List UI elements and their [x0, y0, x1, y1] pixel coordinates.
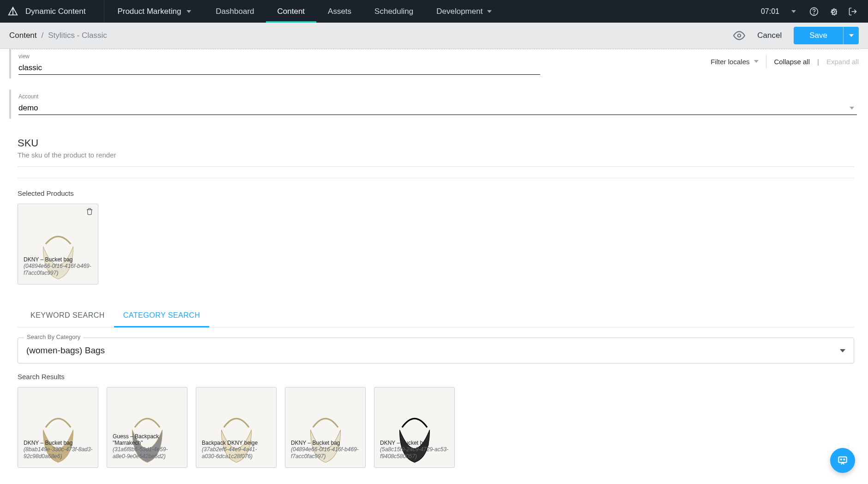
- result-card[interactable]: DKNY – Bucket bag (8bab149e-330c-473f-8a…: [18, 387, 98, 468]
- trash-icon[interactable]: [86, 208, 93, 218]
- preview-icon[interactable]: [733, 30, 745, 42]
- help-icon[interactable]: [809, 6, 819, 17]
- chevron-down-icon: [754, 60, 759, 63]
- selected-product-card[interactable]: DKNY – Bucket bag (04894e66-0f16-416f-b4…: [18, 204, 98, 284]
- chat-button[interactable]: [830, 448, 855, 473]
- svg-point-1: [814, 13, 814, 14]
- svg-point-5: [841, 459, 842, 460]
- gear-icon[interactable]: [828, 6, 838, 17]
- product-name: DKNY – Bucket bag: [24, 256, 93, 263]
- hub-selector[interactable]: Product Marketing: [104, 7, 204, 16]
- filter-locales-label: Filter locales: [711, 58, 749, 66]
- divider: [766, 55, 766, 68]
- account-value: demo: [18, 103, 850, 113]
- save-dropdown[interactable]: [843, 27, 859, 44]
- category-select[interactable]: (women-bags) Bags: [18, 338, 854, 363]
- chevron-down-icon: [791, 10, 796, 13]
- breadcrumb-sep: /: [42, 31, 44, 40]
- view-field-row: view Filter locales Collapse all | Expan…: [9, 49, 859, 79]
- tab-category-search[interactable]: Category Search: [114, 305, 210, 327]
- top-nav: Dynamic Content Product Marketing Dashbo…: [0, 0, 868, 23]
- account-label: Account: [18, 93, 859, 100]
- save-button[interactable]: Save: [794, 27, 843, 44]
- chevron-down-icon: [487, 10, 492, 13]
- breadcrumb-root[interactable]: Content: [9, 31, 37, 40]
- product-name: DKNY – Bucket bag: [380, 440, 449, 446]
- search-results-grid: DKNY – Bucket bag (8bab149e-330c-473f-8a…: [18, 387, 854, 468]
- selected-products-label: Selected Products: [18, 189, 854, 197]
- hub-label: Product Marketing: [117, 7, 181, 16]
- product-id: (04894e66-0f16-416f-b469-f7acc0fac997): [24, 263, 93, 277]
- chevron-down-icon: [849, 34, 854, 37]
- sku-section: SKU The sku of the product to render Sel…: [0, 119, 868, 468]
- pipe: |: [817, 58, 819, 66]
- app-logo: [0, 6, 25, 17]
- expand-all: Expand all: [826, 58, 859, 66]
- svg-point-6: [844, 459, 844, 460]
- category-value: (women-bags) Bags: [26, 345, 840, 356]
- locales-bar: Filter locales Collapse all | Expand all: [711, 55, 859, 68]
- account-select[interactable]: demo: [18, 102, 857, 115]
- page-content: view Filter locales Collapse all | Expan…: [0, 49, 868, 484]
- result-card[interactable]: Backpack DKNY beige (37ab2ef6-44e9-4a41-…: [196, 387, 277, 468]
- product-id: (37ab2ef6-44e9-4a41-a030-6dca1c28f076): [202, 446, 271, 460]
- tab-keyword-search[interactable]: Keyword Search: [21, 305, 114, 327]
- product-name: DKNY – Bucket bag: [24, 440, 93, 446]
- result-card[interactable]: DKNY – Bucket bag (5a8c15f9-24c9-4729-ac…: [374, 387, 455, 468]
- nav-content[interactable]: Content: [266, 0, 317, 23]
- svg-point-2: [832, 10, 835, 12]
- nav-development-label: Development: [436, 7, 482, 16]
- svg-point-3: [738, 34, 741, 37]
- product-id: (8bab149e-330c-473f-8ad3-92c98d0a68e6): [24, 446, 93, 460]
- category-legend: Search By Category: [24, 333, 83, 340]
- nav-links: Dashboard Content Assets Scheduling Deve…: [204, 0, 503, 23]
- chevron-down-icon: [187, 10, 191, 13]
- breadcrumb-leaf: Stylitics - Classic: [48, 31, 107, 40]
- time-display: 07:01: [761, 7, 786, 16]
- result-card[interactable]: DKNY – Bucket bag (04894e66-0f16-416f-b4…: [285, 387, 366, 468]
- time-selector[interactable]: 07:01: [761, 7, 809, 16]
- sku-desc: The sku of the product to render: [18, 151, 854, 159]
- account-field-row: Account demo: [9, 90, 859, 119]
- collapse-all[interactable]: Collapse all: [774, 58, 810, 66]
- nav-development[interactable]: Development: [425, 0, 503, 23]
- product-name: Backpack DKNY beige: [202, 440, 271, 446]
- category-select-wrap: Search By Category (women-bags) Bags: [18, 338, 854, 363]
- sku-title: SKU: [18, 137, 854, 149]
- product-name: Guess – Backpack "Marrakech": [113, 433, 187, 446]
- search-results-label: Search Results: [18, 373, 854, 381]
- product-id: (31a6f8b6-53d1-4e59-a8e0-9e0e542be6d2): [113, 446, 182, 460]
- search-tabs: Keyword Search Category Search: [18, 305, 854, 327]
- brand-name: Dynamic Content: [25, 0, 104, 23]
- sub-header: Content / Stylitics - Classic Cancel Sav…: [0, 23, 868, 49]
- chevron-down-icon: [850, 107, 854, 109]
- product-id: (04894e66-0f16-416f-b469-f7acc0fac997): [291, 446, 360, 460]
- chevron-down-icon: [840, 349, 845, 352]
- cancel-button[interactable]: Cancel: [753, 31, 785, 40]
- product-id: (5a8c15f9-24c9-4729-ac53-f9408c580057): [380, 446, 449, 460]
- view-input[interactable]: [18, 61, 540, 75]
- filter-locales[interactable]: Filter locales: [711, 58, 759, 66]
- nav-scheduling[interactable]: Scheduling: [363, 0, 425, 23]
- nav-assets[interactable]: Assets: [316, 0, 363, 23]
- nav-dashboard[interactable]: Dashboard: [204, 0, 265, 23]
- result-card[interactable]: Guess – Backpack "Marrakech" (31a6f8b6-5…: [107, 387, 187, 468]
- logout-icon[interactable]: [848, 6, 858, 17]
- breadcrumb: Content / Stylitics - Classic: [9, 31, 107, 40]
- product-name: DKNY – Bucket bag: [291, 440, 360, 446]
